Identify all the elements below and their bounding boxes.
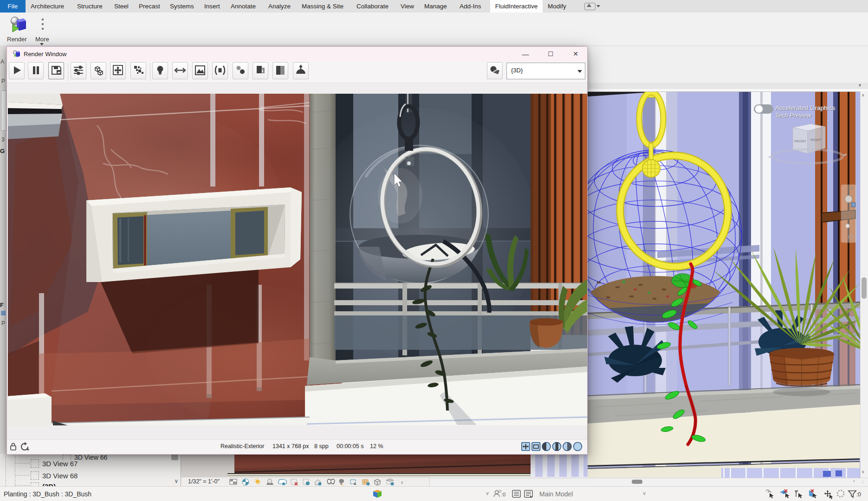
svg-text:✕: ✕ [850,186,854,191]
svg-text:RIGHT: RIGHT [810,138,822,142]
svg-text::0: :0 [856,491,861,498]
svg-text:Accelerated Graphics: Accelerated Graphics [775,104,835,111]
svg-text:‹: ‹ [401,479,403,486]
svg-text:FRONT: FRONT [794,139,806,143]
svg-text:Tech Preview: Tech Preview [775,112,812,119]
svg-text::0: :0 [501,492,505,497]
